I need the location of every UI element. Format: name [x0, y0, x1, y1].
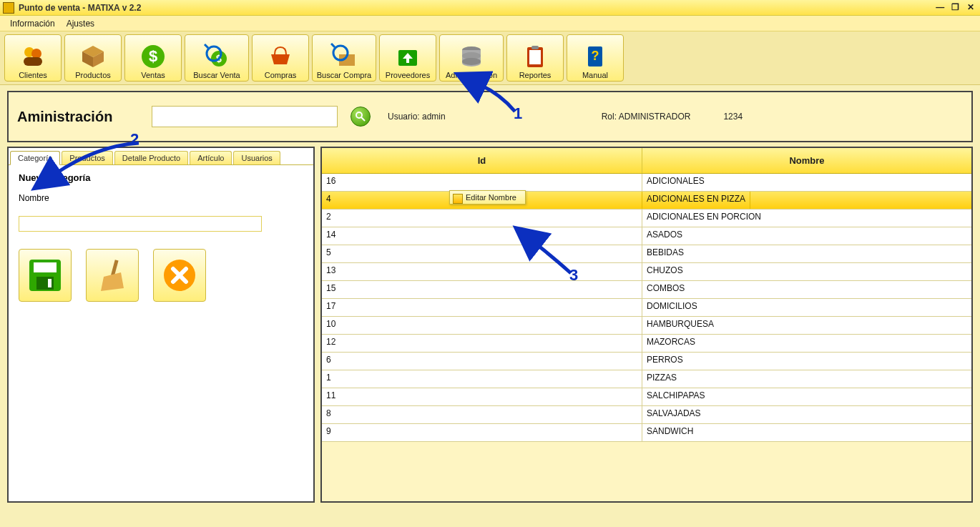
cell-id: 5 — [322, 245, 642, 262]
toolbar-buscar-venta[interactable]: $ Buscar Venta — [185, 34, 249, 82]
toolbar-ventas[interactable]: $ Ventas — [124, 34, 182, 82]
table-row[interactable]: 2ADICIONALES EN PORCION — [322, 210, 971, 227]
cell-nombre: PIZZAS — [642, 370, 971, 388]
cell-nombre: ADICIONALES EN PORCION — [642, 210, 971, 227]
svg-text:?: ? — [592, 49, 599, 63]
cell-id: 2 — [322, 210, 642, 227]
table-row[interactable]: 4ADICIONALES EN PIZZAEditar Nombre — [322, 192, 971, 210]
search-box-icon — [330, 43, 358, 70]
table-row[interactable]: 12MAZORCAS — [322, 335, 971, 353]
table-row[interactable]: 6PERROS — [322, 353, 971, 370]
cell-nombre: COMBOS — [642, 281, 971, 298]
svg-line-11 — [205, 44, 208, 48]
toolbar-buscar-compra[interactable]: Buscar Compra — [312, 34, 376, 82]
tab-usuarios[interactable]: Usuarios — [233, 151, 280, 164]
broom-icon — [92, 255, 132, 295]
box-icon — [79, 43, 107, 70]
toolbar-administracion[interactable]: Administración — [439, 34, 504, 82]
toolbar-compras[interactable]: Compras — [252, 34, 309, 82]
table-panel: Id Nombre 16ADICIONALES4ADICIONALES EN P… — [320, 147, 973, 503]
column-nombre[interactable]: Nombre — [642, 148, 971, 173]
cell-nombre: ASADOS — [642, 227, 971, 245]
table-row[interactable]: 11SALCHIPAPAS — [322, 388, 971, 406]
close-button[interactable]: ✕ — [964, 2, 977, 14]
book-icon: ? — [582, 43, 609, 70]
toolbar: Clientes Productos $ Ventas $ Buscar Ven… — [0, 31, 980, 85]
form-title: Nueva categoría — [19, 172, 303, 183]
tabstrip: Categoría Productos Detalle Producto Art… — [9, 148, 313, 165]
table-row[interactable]: 5BEBIDAS — [322, 245, 971, 263]
table-row[interactable]: 17DOMICILIOS — [322, 299, 971, 317]
table-row[interactable]: 13CHUZOS — [322, 263, 971, 281]
annotation-2: 2 — [130, 130, 139, 149]
search-input[interactable] — [152, 106, 338, 127]
cell-nombre: SALCHIPAPAS — [642, 388, 971, 405]
toolbar-reportes[interactable]: Reportes — [506, 34, 564, 82]
tab-productos[interactable]: Productos — [62, 151, 113, 164]
tab-categoria[interactable]: Categoría — [10, 151, 60, 165]
annotation-3: 3 — [569, 266, 578, 285]
window-title: Punto de venta - MATIXA v 2.2 — [19, 3, 141, 13]
svg-text:$: $ — [149, 47, 157, 65]
name-input[interactable] — [19, 216, 262, 232]
svg-point-26 — [356, 112, 362, 118]
annotation-1: 1 — [514, 104, 522, 123]
basket-icon — [267, 43, 294, 70]
table-body: 16ADICIONALES4ADICIONALES EN PIZZAEditar… — [322, 174, 971, 501]
tab-articulo[interactable]: Artículo — [190, 151, 232, 164]
context-edit-name[interactable]: Editar Nombre — [449, 190, 526, 205]
toolbar-productos[interactable]: Productos — [64, 34, 122, 82]
cell-nombre: SALVAJADAS — [642, 406, 971, 423]
table-row[interactable]: 14ASADOS — [322, 227, 971, 245]
menu-informacion[interactable]: Información — [4, 17, 61, 30]
section-title: Aministración — [17, 109, 139, 125]
cell-id: 8 — [322, 406, 642, 423]
app-icon — [3, 2, 14, 14]
column-id[interactable]: Id — [322, 148, 642, 173]
minimize-button[interactable]: — — [934, 2, 946, 14]
cell-nombre: HAMBURQUESA — [642, 317, 971, 334]
left-panel: Categoría Productos Detalle Producto Art… — [7, 147, 315, 503]
table-row[interactable]: 9SANDWICH — [322, 424, 971, 442]
rol-label: Rol: ADMINISTRADOR — [602, 112, 691, 122]
cell-nombre: CHUZOS — [642, 263, 971, 280]
menu-ajustes[interactable]: Ajustes — [61, 17, 100, 30]
table-row[interactable]: 10HAMBURQUESA — [322, 317, 971, 335]
form-panel: Nueva categoría Nombre — [9, 165, 313, 501]
download-box-icon — [394, 43, 421, 70]
table-row[interactable]: 15COMBOS — [322, 281, 971, 299]
search-button[interactable] — [351, 107, 371, 127]
svg-rect-29 — [34, 262, 57, 272]
toolbar-clientes[interactable]: Clientes — [4, 34, 62, 82]
toolbar-manual[interactable]: ? Manual — [567, 34, 624, 82]
cell-id: 11 — [322, 388, 642, 405]
magnifier-icon — [355, 111, 366, 122]
cell-nombre: ADICIONALES EN PIZZA — [642, 192, 750, 209]
cell-nombre: PERROS — [642, 353, 971, 370]
cell-nombre: ADICIONALES — [642, 174, 971, 191]
table-row[interactable]: 16ADICIONALES — [322, 174, 971, 192]
cell-id: 9 — [322, 424, 642, 441]
table-header: Id Nombre — [322, 148, 971, 174]
table-row[interactable]: 1PIZZAS — [322, 370, 971, 388]
cell-id: 13 — [322, 263, 642, 280]
svg-line-14 — [331, 44, 335, 47]
cell-nombre: DOMICILIOS — [642, 299, 971, 316]
toolbar-proveedores[interactable]: Proveedores — [379, 34, 436, 82]
search-dollar-icon: $ — [203, 43, 230, 70]
svg-rect-31 — [48, 279, 52, 287]
people-icon — [19, 43, 46, 70]
save-button[interactable] — [19, 249, 72, 302]
clipboard-icon — [521, 43, 549, 70]
svg-rect-17 — [406, 59, 409, 63]
cell-id: 10 — [322, 317, 642, 334]
delete-button[interactable] — [153, 249, 206, 302]
tab-detalle-producto[interactable]: Detalle Producto — [114, 151, 188, 164]
maximize-button[interactable]: ❐ — [949, 2, 962, 14]
database-icon — [458, 43, 485, 70]
window-controls: — ❐ ✕ — [934, 2, 977, 14]
clear-button[interactable] — [86, 249, 139, 302]
user-label: Usuario: admin — [388, 112, 446, 122]
svg-line-27 — [361, 117, 365, 121]
table-row[interactable]: 8SALVAJADAS — [322, 406, 971, 424]
